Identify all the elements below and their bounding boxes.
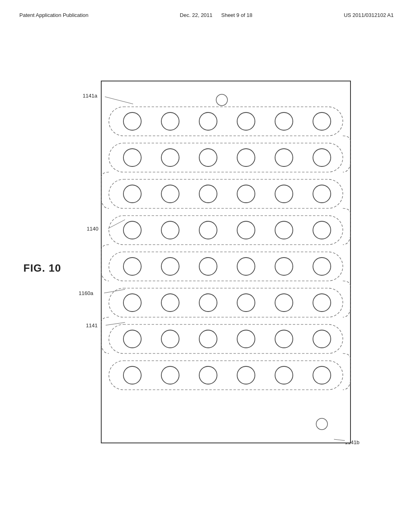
svg-point-23 [199, 185, 217, 203]
figure-label: FIG. 10 [23, 262, 61, 274]
svg-point-56 [313, 366, 331, 384]
publication-label: Patent Application Publication [19, 12, 88, 18]
svg-point-12 [237, 112, 255, 130]
diagram-wrapper [101, 81, 351, 443]
header-center: Dec. 22, 2011 Sheet 9 of 18 [180, 11, 252, 19]
svg-point-55 [275, 366, 293, 384]
svg-rect-8 [109, 361, 343, 390]
svg-point-41 [199, 294, 217, 312]
svg-point-57 [316, 418, 327, 430]
svg-point-28 [161, 221, 179, 239]
svg-point-30 [237, 221, 255, 239]
svg-point-29 [199, 221, 217, 239]
svg-rect-3 [109, 179, 343, 208]
svg-rect-6 [109, 288, 343, 317]
svg-point-20 [313, 149, 331, 166]
svg-point-32 [313, 221, 331, 239]
svg-point-54 [237, 366, 255, 384]
svg-rect-1 [109, 107, 343, 136]
svg-rect-4 [109, 216, 343, 245]
svg-point-51 [123, 366, 141, 384]
svg-point-19 [275, 149, 293, 166]
svg-point-22 [161, 185, 179, 203]
svg-point-0 [216, 94, 227, 106]
svg-point-50 [313, 330, 331, 348]
svg-point-39 [123, 294, 141, 312]
page-header: Patent Application Publication Dec. 22, … [0, 0, 413, 19]
svg-point-34 [161, 258, 179, 275]
sheet-label: Sheet 9 of 18 [221, 12, 252, 18]
svg-point-53 [199, 366, 217, 384]
svg-point-24 [237, 185, 255, 203]
svg-point-37 [275, 258, 293, 275]
svg-point-16 [161, 149, 179, 166]
svg-point-43 [275, 294, 293, 312]
svg-point-21 [123, 185, 141, 203]
svg-point-38 [313, 258, 331, 275]
diagram-container [89, 56, 363, 468]
svg-point-47 [199, 330, 217, 348]
svg-point-33 [123, 258, 141, 275]
svg-point-14 [313, 112, 331, 130]
svg-point-49 [275, 330, 293, 348]
svg-point-27 [123, 221, 141, 239]
svg-point-35 [199, 258, 217, 275]
svg-point-46 [161, 330, 179, 348]
svg-point-17 [199, 149, 217, 166]
svg-point-42 [237, 294, 255, 312]
patent-number-label: US 2011/0312102 A1 [344, 12, 394, 18]
svg-point-13 [275, 112, 293, 130]
svg-rect-2 [109, 143, 343, 172]
svg-point-45 [123, 330, 141, 348]
diagram-svg [101, 81, 351, 443]
header-left: Patent Application Publication [19, 11, 88, 19]
svg-point-40 [161, 294, 179, 312]
svg-rect-5 [109, 252, 343, 281]
svg-point-52 [161, 366, 179, 384]
svg-point-26 [313, 185, 331, 203]
svg-point-44 [313, 294, 331, 312]
svg-point-48 [237, 330, 255, 348]
header-right: US 2011/0312102 A1 [344, 11, 394, 19]
svg-point-36 [237, 258, 255, 275]
svg-point-31 [275, 221, 293, 239]
svg-point-11 [199, 112, 217, 130]
date-label: Dec. 22, 2011 [180, 12, 213, 18]
svg-rect-7 [109, 324, 343, 353]
svg-point-25 [275, 185, 293, 203]
svg-point-15 [123, 149, 141, 166]
svg-point-18 [237, 149, 255, 166]
svg-point-10 [161, 112, 179, 130]
svg-point-9 [123, 112, 141, 130]
